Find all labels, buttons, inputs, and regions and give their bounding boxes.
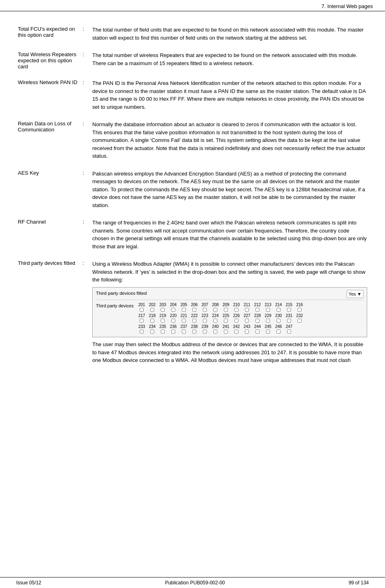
address-number: 219 — [157, 313, 168, 319]
colon-separator: : — [81, 258, 91, 367]
address-checkbox[interactable] — [234, 319, 238, 323]
address-number: 206 — [189, 302, 200, 308]
term-label: AES Key — [16, 167, 81, 212]
address-number: 230 — [273, 313, 284, 319]
page-header: 7. Internal Web pages — [0, 0, 385, 11]
term-label: Retain Data on Loss of Communication — [16, 118, 81, 163]
address-checkbox[interactable] — [140, 319, 144, 323]
third-party-image-box: Third party devices fittedYes ▼Third par… — [92, 287, 367, 338]
colon-separator: : — [81, 216, 91, 253]
address-checkbox[interactable] — [150, 308, 154, 312]
term-label: RF Channel — [16, 216, 81, 253]
address-number: 221 — [179, 313, 189, 319]
page-footer: Issue 05/12 Publication PUB059-002-00 99… — [0, 577, 385, 588]
list-item: RF Channel:The range of frequencies in t… — [16, 216, 369, 253]
description-text: Normally the database information about … — [91, 118, 369, 163]
address-checkbox[interactable] — [203, 319, 207, 323]
address-checkbox[interactable] — [287, 319, 291, 323]
address-checkbox[interactable] — [182, 308, 186, 312]
image-header-label: Third party devices fitted — [96, 290, 147, 298]
address-checkbox[interactable] — [140, 308, 144, 312]
address-checkbox[interactable] — [245, 330, 249, 334]
address-number: 231 — [284, 313, 294, 319]
term-label: Total Wireless Repeaters expected on thi… — [16, 49, 81, 72]
address-number: 239 — [200, 324, 210, 330]
address-checkbox[interactable] — [150, 319, 154, 323]
address-number: 208 — [210, 302, 221, 308]
address-checkbox[interactable] — [161, 330, 165, 334]
address-number: 212 — [252, 302, 263, 308]
address-checkbox[interactable] — [224, 330, 228, 334]
address-number: 201 — [136, 302, 147, 308]
footer-publication: Publication PUB059-002-00 — [165, 580, 225, 586]
address-number: 218 — [147, 313, 157, 319]
address-number: 233 — [136, 324, 147, 330]
address-checkbox[interactable] — [245, 308, 249, 312]
address-checkbox[interactable] — [182, 330, 186, 334]
address-number: 223 — [200, 313, 210, 319]
address-checkbox[interactable] — [277, 319, 281, 323]
address-checkbox[interactable] — [298, 308, 302, 312]
image-header-value[interactable]: Yes ▼ — [347, 290, 364, 298]
address-checkbox[interactable] — [245, 319, 249, 323]
term-label: Total FCU's expected on this option card — [16, 23, 81, 44]
address-checkbox[interactable] — [266, 319, 270, 323]
address-number: 245 — [263, 324, 273, 330]
address-checkbox[interactable] — [266, 330, 270, 334]
address-checkbox[interactable] — [234, 330, 238, 334]
address-number: 238 — [189, 324, 200, 330]
address-checkbox[interactable] — [192, 308, 196, 312]
address-number: 236 — [168, 324, 179, 330]
address-checkbox[interactable] — [255, 319, 260, 323]
address-checkbox[interactable] — [171, 330, 175, 334]
address-number: 213 — [263, 302, 273, 308]
description-text: Using a Wireless Modbus Adapter (WMA) it… — [91, 258, 369, 367]
address-checkbox[interactable] — [287, 330, 291, 334]
address-checkbox[interactable] — [171, 308, 175, 312]
address-checkbox[interactable] — [255, 308, 260, 312]
address-checkbox[interactable] — [171, 319, 175, 323]
address-checkbox[interactable] — [161, 319, 165, 323]
address-checkbox[interactable] — [266, 308, 270, 312]
address-number: 229 — [263, 313, 273, 319]
address-number: 215 — [284, 302, 294, 308]
list-item: Wireless Network PAN ID:The PAN ID is th… — [16, 77, 369, 113]
colon-separator: : — [81, 118, 91, 163]
address-checkbox[interactable] — [203, 308, 207, 312]
address-checkbox[interactable] — [192, 319, 196, 323]
post-description: The user may then select the Modbus addr… — [92, 341, 367, 364]
address-checkbox[interactable] — [203, 330, 207, 334]
list-item: Total FCU's expected on this option card… — [16, 23, 369, 44]
description-text: The total number of wireless Repeaters t… — [91, 49, 369, 72]
address-number: 225 — [221, 313, 231, 319]
address-checkbox[interactable] — [192, 330, 196, 334]
address-checkbox[interactable] — [224, 308, 228, 312]
address-number: 232 — [294, 313, 305, 319]
address-checkbox[interactable] — [140, 330, 144, 334]
address-number: 214 — [273, 302, 284, 308]
address-checkbox[interactable] — [224, 319, 228, 323]
address-checkbox[interactable] — [234, 308, 238, 312]
colon-separator: : — [81, 49, 91, 72]
address-number: 205 — [179, 302, 189, 308]
address-number: 247 — [284, 324, 294, 330]
address-number: 234 — [147, 324, 157, 330]
address-checkbox[interactable] — [213, 308, 217, 312]
address-number: 209 — [221, 302, 231, 308]
address-checkbox[interactable] — [287, 308, 291, 312]
content-table: Total FCU's expected on this option card… — [16, 23, 369, 367]
address-checkbox[interactable] — [298, 319, 302, 323]
address-checkbox[interactable] — [161, 308, 165, 312]
address-number: 224 — [210, 313, 221, 319]
address-checkbox[interactable] — [213, 330, 217, 334]
address-checkbox[interactable] — [277, 308, 281, 312]
address-checkbox[interactable] — [213, 319, 217, 323]
address-number: 226 — [231, 313, 242, 319]
address-checkbox[interactable] — [255, 330, 260, 334]
address-checkbox[interactable] — [277, 330, 281, 334]
address-number: 222 — [189, 313, 200, 319]
list-item: Retain Data on Loss of Communication:Nor… — [16, 118, 369, 163]
address-number: 243 — [242, 324, 252, 330]
address-checkbox[interactable] — [182, 319, 186, 323]
address-checkbox[interactable] — [150, 330, 154, 334]
